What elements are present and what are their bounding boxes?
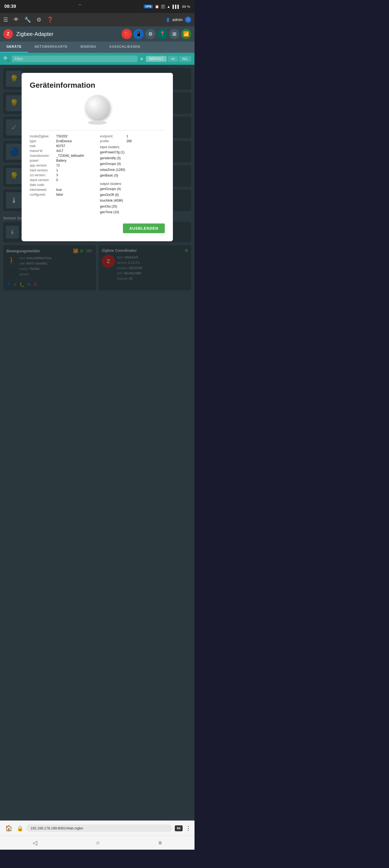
wrench-icon[interactable]: 🔧 <box>24 17 31 23</box>
filter-bar: 🔍 ≡ DEFAULT ≡≡ ALL <box>0 53 194 65</box>
status-icons: VPN ⏰ 🄱 ▲ ▌▌▌ 89 % <box>144 5 190 9</box>
input-cluster-1: genPowerCfg (1) <box>100 150 165 155</box>
modal-detail-right: endpoint: 1 profile: 260 input clusters:… <box>100 134 165 215</box>
modal-title: Geräteinformation <box>30 81 165 90</box>
modal-overlay: Geräteinformation modelZigbee: TS0202 ty… <box>0 65 194 820</box>
browser-home-button[interactable]: 🏠 <box>3 823 14 834</box>
app-icon-red[interactable]: 🔴 <box>121 29 132 39</box>
output-cluster-2: genOnOff (6) <box>100 192 165 198</box>
info-button[interactable]: ⓘ <box>185 17 191 23</box>
input-cluster-5: genBasic (0) <box>100 173 165 179</box>
wifi-icon: ▲ <box>167 5 170 9</box>
modal-details: modelZigbee: TS0202 type: EndDevice nwk:… <box>30 134 165 215</box>
manufacturer-value: _TZ3040_bb6xaihh <box>56 154 84 158</box>
vpn-badge: VPN <box>144 5 152 8</box>
eye-icon[interactable]: 👁 <box>13 17 19 23</box>
app-version-value: 72 <box>56 163 60 167</box>
date-code-row: date code: <box>30 183 94 187</box>
app-icon-location[interactable]: 📍 <box>157 29 167 39</box>
username: admin <box>172 18 183 22</box>
hard-version-value: 1 <box>56 168 58 172</box>
type-value: EndDevice <box>56 139 72 143</box>
output-cluster-5: genTime (10) <box>100 210 165 215</box>
modal-detail-left: modelZigbee: TS0202 type: EndDevice nwk:… <box>30 134 94 215</box>
output-clusters-label: output clusters: <box>100 182 165 186</box>
filter-tab-group: DEFAULT ≡≡ ALL <box>146 56 192 62</box>
model-zigbee-value: TS0202 <box>56 134 67 138</box>
ausblenden-button[interactable]: AUSBLENDEN <box>123 223 165 233</box>
tab-ausschliessen[interactable]: AUSSCHLIESSEN <box>103 41 147 53</box>
browser-menu-button[interactable]: ⋮ <box>185 825 191 832</box>
output-cluster-4: genOta (25) <box>100 204 165 210</box>
status-bar: 08:39 ⌒ VPN ⏰ 🄱 ▲ ▌▌▌ 89 % <box>0 0 194 13</box>
home-button[interactable]: ○ <box>96 839 100 846</box>
device-info-modal: Geräteinformation modelZigbee: TS0202 ty… <box>22 73 173 241</box>
app-icon-grid[interactable]: ⊞ <box>169 29 179 39</box>
app-title: Zigbee-Adapter <box>16 31 118 37</box>
app-icon-settings[interactable]: ⚙ <box>145 29 156 39</box>
top-nav-icons: ☰ 👁 🔧 ⚙ ❓ <box>3 17 54 23</box>
hard-version-row: hard version: 1 <box>30 168 94 172</box>
manuf-id-value: 4417 <box>56 149 63 153</box>
stack-version-row: stack version: 0 <box>30 178 94 182</box>
user-avatar-icon: 👤 <box>166 18 170 22</box>
sort-icon[interactable]: ≡ <box>140 56 143 62</box>
nwk-detail-row: nwk: 60757 <box>30 144 94 148</box>
tab-netzwerkkarte[interactable]: NETZWERKKARTE <box>28 41 74 53</box>
manufacturer-row: manufacturer: _TZ3040_bb6xaihh <box>30 154 94 158</box>
alarm-icon: ⏰ <box>155 5 159 9</box>
zcl-version-value: 3 <box>56 173 58 177</box>
app-logo: Z <box>3 29 13 39</box>
hamburger-icon[interactable]: ☰ <box>3 17 8 23</box>
interviewed-row: interviewed: true <box>30 188 94 192</box>
browser-bar: 🏠 🔒 192.168.178.189:8081/#tab-zigbe 64 ⋮ <box>0 820 194 836</box>
navigation-bar: ◁ ○ ≡ <box>0 836 194 850</box>
top-nav-bar: ☰ 👁 🔧 ⚙ ❓ 👤 admin ⓘ <box>0 13 194 26</box>
power-row: power: Battery <box>30 159 94 162</box>
browser-tabs-button[interactable]: 64 <box>175 825 183 831</box>
app-icon-signal[interactable]: 📶 <box>181 29 191 39</box>
model-zigbee-row: modelZigbee: TS0202 <box>30 134 94 138</box>
output-cluster-1: genGroups (4) <box>100 186 165 192</box>
app-bar: Z Zigbee-Adapter 🔴 📱 ⚙ 📍 ⊞ 📶 <box>0 26 194 41</box>
search-icon: 🔍 <box>3 56 9 62</box>
help-icon[interactable]: ❓ <box>47 17 54 23</box>
interviewed-value: true <box>56 188 62 192</box>
recents-button[interactable]: ≡ <box>158 839 162 846</box>
filter-tab-default[interactable]: DEFAULT <box>146 56 167 62</box>
modal-footer: AUSBLENDEN <box>30 223 165 233</box>
tab-geraete[interactable]: GERÄTE <box>0 41 28 53</box>
profile-row: profile: 260 <box>100 139 165 143</box>
input-cluster-4: ssIasZone (1280) <box>100 167 165 173</box>
status-curve: ⌒ <box>78 4 82 9</box>
endpoint-value: 1 <box>127 134 128 138</box>
main-tabs: GERÄTE NETZWERKKARTE BINDING AUSSCHLIESS… <box>0 41 194 53</box>
main-content: 💡 Gaming Li... 💡 Wohnzimm... 🖊 Rechts Mo… <box>0 65 194 820</box>
zcl-version-row: zcl version: 3 <box>30 173 94 177</box>
battery-text: 89 % <box>182 5 190 9</box>
back-button[interactable]: ◁ <box>33 839 37 846</box>
configured-value: false <box>56 193 63 196</box>
user-section: 👤 admin ⓘ <box>166 17 191 23</box>
input-clusters-values: genPowerCfg (1) genIdentify (3) genGroup… <box>100 150 165 179</box>
input-cluster-3: genGroups (4) <box>100 161 165 167</box>
browser-url[interactable]: 192.168.178.189:8081/#tab-zigbe <box>26 825 172 832</box>
modal-divider <box>30 130 165 130</box>
output-clusters-section: output clusters: genGroups (4) genOnOff … <box>100 182 165 215</box>
filter-tab-all[interactable]: ALL <box>179 56 191 62</box>
input-clusters-section: input clusters: genPowerCfg (1) genIdent… <box>100 145 165 179</box>
tab-binding[interactable]: BINDING <box>74 41 103 53</box>
configured-row: configured: false <box>30 193 94 196</box>
device-visual <box>30 95 165 125</box>
app-bar-icons: 🔴 📱 ⚙ 📍 ⊞ 📶 <box>121 29 191 39</box>
bluetooth-icon: 🄱 <box>161 5 165 9</box>
filter-tab-list[interactable]: ≡≡ <box>168 56 178 62</box>
endpoint-row: endpoint: 1 <box>100 134 165 138</box>
manuf-id-row: manuf id: 4417 <box>30 149 94 153</box>
filter-input[interactable] <box>12 56 138 62</box>
device-sphere <box>85 95 109 119</box>
app-version-row: app version: 72 <box>30 163 94 167</box>
power-value: Battery <box>56 159 66 162</box>
settings-icon[interactable]: ⚙ <box>36 17 41 23</box>
app-icon-blue[interactable]: 📱 <box>134 29 144 39</box>
